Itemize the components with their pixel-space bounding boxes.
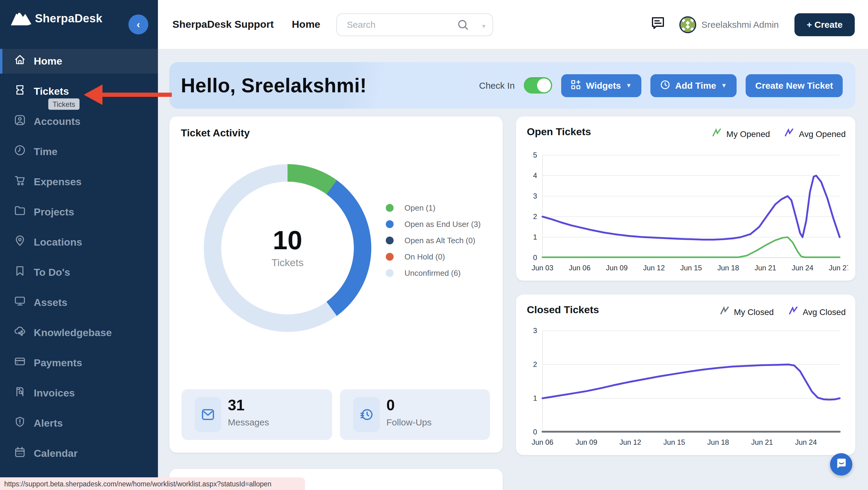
create-new-ticket-label: Create New Ticket — [755, 80, 833, 90]
topbar-home-link[interactable]: Home — [292, 19, 320, 30]
sidebar-item-label: Time — [34, 146, 58, 158]
app-window: SherpaDesk ‹ Home Tickets Accounts Time — [0, 0, 868, 490]
messages-stat-tile[interactable]: 31 Messages — [181, 389, 332, 440]
sidebar-item-knowledgebase[interactable]: Knowledgebase — [0, 320, 158, 345]
svg-text:1: 1 — [533, 394, 537, 402]
check-in-toggle[interactable] — [524, 77, 552, 93]
sidebar-item-payments[interactable]: Payments — [0, 351, 158, 375]
sidebar-item-label: Invoices — [34, 387, 75, 399]
pin-icon — [14, 235, 26, 250]
indigo-line-icon — [784, 128, 794, 139]
search-icon[interactable] — [457, 19, 470, 33]
svg-text:2: 2 — [533, 212, 537, 221]
tooltip-text: Tickets — [53, 100, 75, 108]
greeting-banner: Hello, Sreelakshmi! Check In Widgets ▼ A… — [169, 62, 855, 109]
legend-dot — [386, 253, 394, 261]
gray-line-icon — [719, 307, 729, 317]
sidebar-item-assets[interactable]: Assets — [0, 290, 158, 315]
support-chat-fab[interactable] — [830, 453, 852, 475]
sidebar-item-expenses[interactable]: Expenses — [0, 170, 158, 194]
legend-item-my-opened[interactable]: My Opened — [712, 128, 770, 139]
svg-text:1: 1 — [533, 233, 537, 241]
legend-label: Open (1) — [404, 203, 435, 212]
add-time-button[interactable]: Add Time ▼ — [650, 74, 737, 97]
svg-text:Jun 09: Jun 09 — [576, 438, 597, 446]
legend-item-avg-closed[interactable]: Avg Closed — [788, 307, 846, 317]
sidebar-item-label: Payments — [34, 357, 82, 369]
create-button[interactable]: + Create — [795, 13, 855, 36]
topbar: SherpaDesk Support Home ▾ Sreelakshmi Ad… — [158, 0, 868, 49]
user-name[interactable]: Sreelakshmi Admin — [701, 19, 779, 30]
closed-tickets-title: Closed Tickets — [527, 304, 599, 316]
open-tickets-title: Open Tickets — [527, 126, 591, 138]
legend-item-open-alt-tech[interactable]: Open as Alt Tech (0) — [386, 232, 481, 249]
closed-tickets-line-chart[interactable]: 0123Jun 06Jun 09Jun 12Jun 15Jun 18Jun 21… — [523, 323, 848, 449]
legend-item-my-closed[interactable]: My Closed — [719, 307, 774, 317]
open-tickets-line-chart[interactable]: 012345Jun 03Jun 06Jun 09Jun 12Jun 15Jun … — [523, 148, 848, 275]
sidebar-item-projects[interactable]: Projects — [0, 200, 158, 225]
check-in-label: Check In — [479, 80, 515, 90]
widgets-button[interactable]: Widgets ▼ — [561, 74, 641, 97]
shield-icon — [14, 416, 26, 431]
legend-item-unconfirmed[interactable]: Unconfirmed (6) — [386, 265, 481, 281]
workspace-title: SherpaDesk Support — [173, 19, 274, 30]
user-avatar[interactable] — [679, 16, 696, 33]
sidebar-item-invoices[interactable]: Invoices — [0, 381, 158, 405]
create-new-ticket-button[interactable]: Create New Ticket — [746, 74, 843, 97]
svg-text:0: 0 — [533, 428, 537, 436]
invoice-icon — [14, 385, 26, 401]
topbar-right: Sreelakshmi Admin + Create — [650, 13, 868, 36]
messages-icon[interactable] — [650, 15, 666, 34]
sidebar-item-accounts[interactable]: Accounts — [0, 109, 158, 134]
ticket-activity-donut-chart[interactable]: 10 Tickets — [204, 164, 371, 332]
followups-count: 0 — [386, 397, 395, 414]
followups-stat-tile[interactable]: 0 Follow-Ups — [340, 389, 490, 440]
sidebar-item-label: To Do's — [34, 266, 70, 279]
svg-text:4: 4 — [533, 171, 537, 179]
sidebar-item-label: Tickets — [34, 85, 69, 97]
sidebar-item-calendar[interactable]: Calendar — [0, 441, 158, 466]
sidebar-collapse-button[interactable]: ‹ — [128, 15, 148, 34]
svg-text:Jun 06: Jun 06 — [532, 438, 553, 446]
link-preview-status-bar: https://support.beta.sherpadesk.com/new/… — [0, 477, 305, 490]
donut-legend: Open (1) Open as End User (3) Open as Al… — [386, 200, 481, 281]
legend-item-on-hold[interactable]: On Hold (0) — [386, 249, 481, 265]
legend-label: My Closed — [734, 307, 774, 317]
sidebar-item-alerts[interactable]: Alerts — [0, 411, 158, 436]
sidebar-item-home[interactable]: Home — [0, 49, 158, 74]
legend-label: On Hold (0) — [404, 252, 445, 261]
svg-text:3: 3 — [533, 192, 537, 200]
legend-dot — [386, 236, 394, 244]
svg-text:Jun 09: Jun 09 — [606, 264, 627, 272]
svg-text:Jun 18: Jun 18 — [717, 264, 739, 272]
svg-text:2: 2 — [533, 360, 537, 368]
search-input[interactable] — [346, 19, 448, 30]
closed-tickets-legend: My Closed Avg Closed — [719, 307, 846, 317]
svg-text:Jun 21: Jun 21 — [754, 264, 776, 272]
legend-item-avg-opened[interactable]: Avg Opened — [784, 128, 846, 139]
svg-text:Jun 12: Jun 12 — [643, 264, 665, 272]
sidebar-item-label: Assets — [34, 296, 67, 309]
ticket-activity-title: Ticket Activity — [181, 127, 250, 139]
app-logo[interactable]: SherpaDesk — [10, 8, 102, 29]
cart-icon — [14, 174, 26, 190]
legend-dot — [386, 204, 394, 212]
banner-actions: Check In Widgets ▼ Add Time ▼ Create New… — [479, 74, 856, 97]
sidebar-item-label: Alerts — [34, 417, 63, 429]
search-scope-chevron-icon[interactable]: ▾ — [482, 22, 486, 30]
messages-count: 31 — [228, 397, 245, 414]
sidebar-item-label: Accounts — [34, 116, 81, 127]
legend-item-open-end-user[interactable]: Open as End User (3) — [386, 216, 481, 232]
svg-text:Jun 12: Jun 12 — [619, 438, 641, 446]
open-tickets-legend: My Opened Avg Opened — [712, 128, 846, 139]
sidebar-item-time[interactable]: Time — [0, 139, 158, 164]
widgets-label: Widgets — [586, 80, 621, 90]
svg-text:5: 5 — [533, 151, 537, 159]
legend-label: Unconfirmed (6) — [404, 268, 461, 278]
user-icon — [14, 114, 26, 129]
sidebar-item-locations[interactable]: Locations — [0, 230, 158, 255]
legend-item-open[interactable]: Open (1) — [386, 200, 481, 216]
ticket-activity-card: Ticket Activity 10 Tickets Open (1) Open… — [169, 116, 503, 453]
sidebar-item-label: Projects — [34, 206, 74, 218]
sidebar-item-todos[interactable]: To Do's — [0, 260, 158, 285]
